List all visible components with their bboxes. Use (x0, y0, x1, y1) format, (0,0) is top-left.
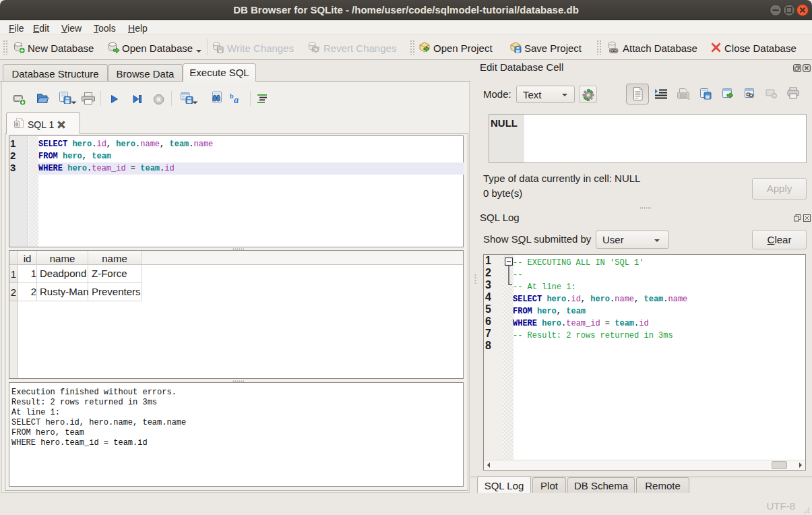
svg-text:a: a (234, 95, 239, 105)
